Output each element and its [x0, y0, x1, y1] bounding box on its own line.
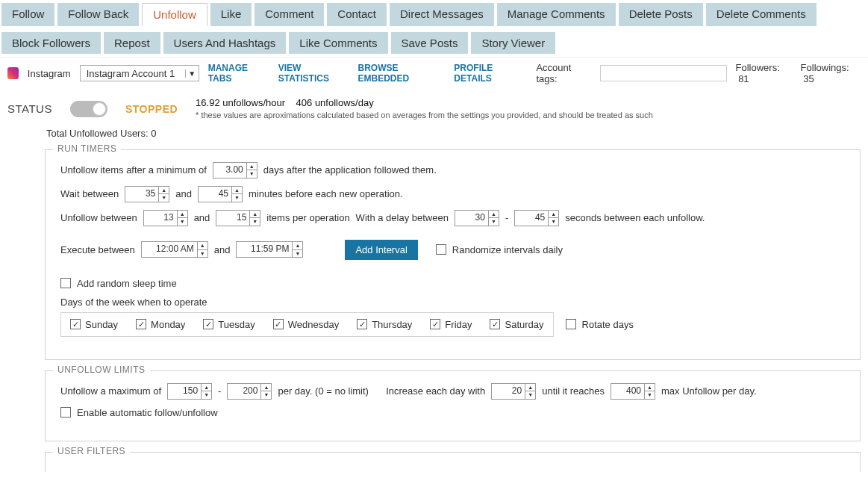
- tab-like[interactable]: Like: [210, 3, 252, 26]
- manage-tabs-link[interactable]: MANAGE TABS: [208, 63, 269, 84]
- ul-cap-stepper[interactable]: 400 ▲▼: [611, 383, 655, 400]
- day-saturday-label: Saturday: [505, 319, 543, 330]
- ul-min-value: 150: [168, 384, 201, 399]
- tab-repost[interactable]: Repost: [104, 32, 160, 54]
- chevron-down-icon[interactable]: ▼: [185, 69, 199, 78]
- unfollow-limits-fieldset: UNFOLLOW LIMITS Unfollow a maximum of 15…: [45, 370, 861, 441]
- rt-exec-end-value: 11:59 PM: [237, 242, 292, 257]
- rt-days-stepper[interactable]: 3.00 ▲▼: [213, 162, 257, 179]
- spinner-icon[interactable]: ▲▼: [197, 242, 207, 257]
- spinner-icon[interactable]: ▲▼: [525, 384, 535, 399]
- spinner-icon[interactable]: ▲▼: [249, 211, 260, 226]
- tab-delete-comments[interactable]: Delete Comments: [706, 3, 817, 26]
- followers-value: 81: [738, 73, 749, 84]
- tab-direct-messages[interactable]: Direct Messages: [390, 3, 494, 26]
- spinner-icon[interactable]: ▲▼: [201, 384, 211, 399]
- rt-line1b: days after the application followed them…: [263, 164, 437, 176]
- rt-and1: and: [175, 188, 192, 199]
- rate-day-unit: unfollows/day: [315, 97, 374, 108]
- rt-line3b: items per operation: [266, 212, 349, 223]
- tab-users-hashtags[interactable]: Users And Hashtags: [163, 32, 287, 54]
- ul-dash: -: [218, 385, 221, 397]
- auto-followunfollow-label: Enable automatic follow/unfollow: [77, 407, 218, 418]
- account-select[interactable]: Instagram Account 1 ▼: [80, 65, 199, 81]
- ul-line1e: max Unfollow per day.: [661, 385, 757, 397]
- day-thursday-checkbox[interactable]: ✓: [357, 319, 367, 329]
- rotate-days-checkbox[interactable]: [566, 319, 576, 329]
- add-sleep-checkbox[interactable]: [60, 278, 71, 288]
- rt-line3d: seconds between each unfollow.: [565, 212, 705, 223]
- ul-line1c: Increase each day with: [386, 385, 485, 397]
- browse-embedded-link[interactable]: BROWSE EMBEDDED: [358, 63, 446, 84]
- profile-details-link[interactable]: PROFILE DETAILS: [454, 63, 527, 84]
- account-tags-label: Account tags:: [536, 62, 590, 84]
- day-sunday-checkbox[interactable]: ✓: [70, 319, 81, 329]
- day-monday-checkbox[interactable]: ✓: [136, 319, 146, 329]
- tab-follow-back[interactable]: Follow Back: [57, 3, 139, 26]
- spinner-icon[interactable]: ▲▼: [158, 187, 169, 202]
- account-tags-input[interactable]: [600, 65, 727, 81]
- user-filters-legend: USER FILTERS: [53, 446, 130, 456]
- ul-line1b: per day. (0 = no limit): [278, 385, 369, 397]
- spinner-icon[interactable]: ▲▼: [292, 242, 302, 257]
- spinner-icon[interactable]: ▲▼: [260, 384, 271, 399]
- day-monday-label: Monday: [151, 319, 185, 330]
- rt-items-min-stepper[interactable]: 13 ▲▼: [143, 210, 188, 226]
- rt-delay-max-stepper[interactable]: 45 ▲▼: [514, 210, 559, 226]
- rate-day-value: 406: [296, 97, 313, 108]
- rt-and3: and: [214, 244, 231, 255]
- rt-wait-min-stepper[interactable]: 35 ▲▼: [125, 186, 169, 202]
- tab-manage-comments[interactable]: Manage Comments: [497, 3, 616, 26]
- unfollow-limits-legend: UNFOLLOW LIMITS: [53, 364, 150, 375]
- day-wednesday-checkbox[interactable]: ✓: [273, 319, 284, 329]
- day-friday-checkbox[interactable]: ✓: [430, 319, 440, 329]
- day-saturday-checkbox[interactable]: ✓: [490, 319, 500, 329]
- status-toggle[interactable]: [70, 101, 107, 117]
- followings-label: Followings:: [801, 62, 849, 73]
- tab-comment[interactable]: Comment: [255, 3, 324, 26]
- spinner-icon[interactable]: ▲▼: [488, 211, 499, 226]
- view-statistics-link[interactable]: VIEW STATISTICS: [278, 63, 349, 84]
- tabs-row-2: Block Followers Repost Users And Hashtag…: [0, 29, 868, 57]
- add-interval-button[interactable]: Add Interval: [345, 240, 417, 260]
- day-tuesday-checkbox[interactable]: ✓: [203, 319, 213, 329]
- rt-line4a: Execute between: [60, 244, 135, 255]
- tabs-row-1: Follow Follow Back Unfollow Like Comment…: [0, 0, 868, 29]
- tab-block-followers[interactable]: Block Followers: [1, 32, 101, 54]
- ul-line1a: Unfollow a maximum of: [60, 385, 161, 397]
- tab-follow[interactable]: Follow: [1, 3, 54, 26]
- followers-label: Followers:: [736, 62, 780, 73]
- ul-min-stepper[interactable]: 150 ▲▼: [167, 383, 212, 400]
- randomize-checkbox[interactable]: [436, 244, 446, 255]
- rt-exec-end-stepper[interactable]: 11:59 PM ▲▼: [236, 241, 303, 258]
- rt-items-max-stepper[interactable]: 15 ▲▼: [216, 210, 260, 226]
- tab-unfollow[interactable]: Unfollow: [142, 3, 207, 26]
- spinner-icon[interactable]: ▲▼: [548, 211, 558, 226]
- spinner-icon[interactable]: ▲▼: [246, 163, 257, 178]
- rt-and2: and: [194, 212, 210, 223]
- spinner-icon[interactable]: ▲▼: [177, 211, 187, 226]
- spinner-icon[interactable]: ▲▼: [231, 187, 242, 202]
- rt-exec-start-value: 12:00 AM: [142, 242, 197, 257]
- rt-wait-max-value: 45: [199, 187, 231, 202]
- rt-exec-start-stepper[interactable]: 12:00 AM ▲▼: [141, 241, 208, 258]
- day-friday-label: Friday: [445, 319, 472, 330]
- run-timers-fieldset: RUN TIMERS Unfollow items after a minimu…: [45, 149, 861, 360]
- tab-like-comments[interactable]: Like Comments: [289, 32, 387, 54]
- ul-max-value: 200: [228, 384, 260, 399]
- ul-inc-value: 20: [492, 384, 525, 399]
- rt-delay-min-stepper[interactable]: 30 ▲▼: [455, 210, 499, 226]
- randomize-label: Randomize intervals daily: [452, 244, 563, 255]
- tab-save-posts[interactable]: Save Posts: [391, 32, 469, 54]
- tab-delete-posts[interactable]: Delete Posts: [619, 3, 703, 26]
- rt-items-max-value: 15: [216, 211, 249, 226]
- day-sunday-label: Sunday: [85, 319, 118, 330]
- spinner-icon[interactable]: ▲▼: [644, 384, 655, 399]
- rt-wait-max-stepper[interactable]: 45 ▲▼: [198, 186, 243, 202]
- status-label: STATUS: [7, 102, 52, 115]
- ul-max-stepper[interactable]: 200 ▲▼: [227, 383, 272, 400]
- ul-inc-stepper[interactable]: 20 ▲▼: [491, 383, 536, 400]
- auto-followunfollow-checkbox[interactable]: [60, 407, 71, 418]
- tab-story-viewer[interactable]: Story Viewer: [471, 32, 555, 54]
- tab-contact[interactable]: Contact: [327, 3, 387, 26]
